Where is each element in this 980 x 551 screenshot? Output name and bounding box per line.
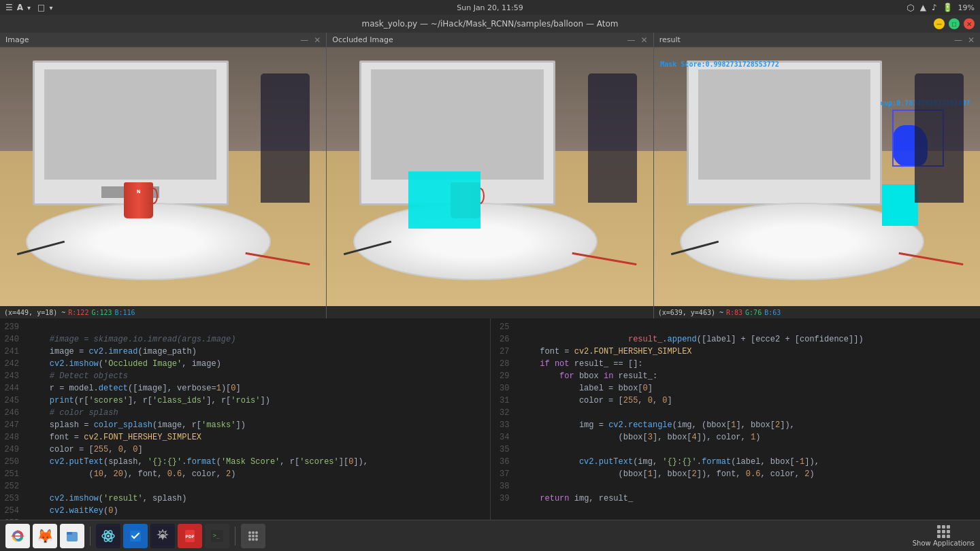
image-g: G:123 (91, 309, 112, 316)
result-display: Mask Score:0.9982731728553772 cup:0.7874… (654, 48, 980, 306)
result-close-icon[interactable]: ✕ (968, 35, 975, 45)
svg-text:>_: >_ (213, 533, 220, 539)
result-panel: result — ✕ Mask S (654, 33, 980, 318)
sys-left: ☰ A ▾ □ ▾ (5, 3, 52, 12)
app-title: mask_yolo.py — ~/iHack/Mask_RCNN/samples… (362, 19, 619, 29)
more-apps-icon[interactable] (241, 524, 265, 548)
svg-point-9 (161, 534, 165, 538)
volume-icon: ♪ (932, 3, 937, 12)
svg-point-7 (107, 535, 110, 537)
svg-point-21 (252, 538, 255, 541)
maximize-button[interactable]: □ (949, 18, 960, 29)
code-pane-right: 25 26 27 28 29 30 31 32 33 34 35 36 37 3… (491, 318, 981, 537)
panels-area: Image — ✕ N (0, 33, 980, 318)
image-panel-controls: — ✕ (300, 35, 321, 45)
result-b: B:63 (764, 309, 781, 316)
terminal-icon[interactable]: >_ (205, 524, 229, 548)
svg-point-19 (255, 535, 258, 537)
svg-point-18 (252, 535, 255, 537)
cyan-result-rect (882, 184, 918, 226)
pdf-icon[interactable]: PDF (178, 524, 202, 548)
minimize-button[interactable]: ─ (934, 18, 945, 29)
occluded-panel-title: Occluded Image (332, 35, 393, 44)
res-chair (915, 73, 964, 203)
result-panel-titlebar: result — ✕ (654, 33, 980, 48)
image-panel-titlebar: Image — ✕ (0, 33, 326, 48)
image-coords: (x=449, y=18) ~ (4, 309, 65, 316)
mug-text: N (125, 189, 152, 195)
menu-icon[interactable]: ☰ (5, 3, 13, 12)
occluded-panel-titlebar: Occluded Image — ✕ (327, 33, 653, 48)
code-content-right[interactable]: result_.append([label] + [ecce2 + [confi… (515, 318, 981, 532)
result-r: R:83 (726, 309, 742, 316)
atom-icon[interactable] (96, 524, 120, 548)
svg-point-14 (248, 531, 251, 534)
chair (261, 73, 310, 203)
mask-score-label: Mask Score:0.9982731728553772 (660, 61, 779, 68)
show-applications-button[interactable]: Show Applications (913, 525, 975, 547)
taskbar-separator-1 (90, 527, 91, 546)
sys-right: ⬡ ▲ ♪ 🔋 19% (906, 3, 975, 13)
chrome-icon[interactable] (5, 524, 30, 548)
code-scroll-right: 25 26 27 28 29 30 31 32 33 34 35 36 37 3… (491, 318, 981, 532)
battery-percent: 19% (958, 3, 975, 12)
image-r: R:122 (68, 309, 88, 316)
window-dropdown[interactable]: ▾ (49, 4, 52, 12)
image-close-icon[interactable]: ✕ (314, 35, 321, 45)
cyan-occlusion-rect (408, 171, 480, 229)
image-status: (x=449, y=18) ~ R:122 G:123 B:116 (0, 306, 326, 318)
system-bar: ☰ A ▾ □ ▾ Sun Jan 20, 11:59 ⬡ ▲ ♪ 🔋 19% (0, 0, 980, 15)
line-numbers-right: 25 26 27 28 29 30 31 32 33 34 35 36 37 3… (491, 318, 515, 532)
image-minimize-icon[interactable]: — (300, 35, 308, 45)
occluded-minimize-icon[interactable]: — (627, 35, 636, 45)
firefox-icon[interactable]: 🦊 (33, 524, 57, 548)
image-scene: N (0, 48, 326, 306)
svg-point-15 (252, 531, 255, 534)
files-icon[interactable] (60, 524, 84, 548)
title-bar: mask_yolo.py — ~/iHack/Mask_RCNN/samples… (0, 15, 980, 33)
image-panel: Image — ✕ N (0, 33, 327, 318)
code-pane-left: 239 240 241 242 243 244 245 246 247 248 … (0, 318, 491, 537)
svg-rect-3 (67, 532, 72, 535)
occluded-status (327, 306, 653, 318)
result-status: (x=639, y=463) ~ R:83 G:76 B:63 (654, 306, 980, 318)
show-applications-label: Show Applications (913, 539, 975, 547)
occluded-panel-controls: — ✕ (627, 35, 648, 45)
settings-icon[interactable] (150, 524, 175, 548)
svg-point-20 (248, 538, 251, 541)
dropdown-icon[interactable]: ▾ (27, 4, 31, 12)
code-scroll-left: 239 240 241 242 243 244 245 246 247 248 … (0, 318, 490, 532)
occluded-display (327, 48, 653, 306)
tasks-icon[interactable] (123, 524, 148, 548)
taskbar: 🦊 PDF >_ (0, 520, 980, 551)
occluded-close-icon[interactable]: ✕ (641, 35, 648, 45)
image-display: N (0, 48, 326, 306)
dropbox-icon: ⬡ (906, 3, 914, 13)
monitor-screen (44, 69, 216, 179)
title-controls: ─ □ ✕ (934, 18, 975, 29)
code-content-left[interactable]: #image = skimage.io.imread(args.image) i… (24, 318, 490, 532)
image-b: B:116 (115, 309, 135, 316)
occ-monitor-screen (371, 69, 543, 179)
close-button[interactable]: ✕ (964, 18, 975, 29)
taskbar-separator-2 (235, 527, 235, 546)
battery-icon: 🔋 (943, 3, 953, 12)
apps-grid-icon (937, 525, 950, 538)
svg-text:PDF: PDF (185, 534, 194, 539)
result-scene: Mask Score:0.9982731728553772 cup:0.7874… (654, 48, 980, 306)
occ-chair (588, 73, 637, 203)
res-monitor-screen (698, 69, 870, 179)
svg-point-16 (255, 531, 258, 534)
result-minimize-icon[interactable]: — (954, 35, 962, 45)
result-coords: (x=639, y=463) ~ (658, 309, 723, 316)
datetime: Sun Jan 20, 11:59 (457, 3, 523, 12)
line-numbers-left: 239 240 241 242 243 244 245 246 247 248 … (0, 318, 24, 532)
svg-point-22 (255, 538, 258, 541)
a-icon[interactable]: A (17, 3, 23, 12)
result-panel-controls: — ✕ (954, 35, 975, 45)
occluded-scene (327, 48, 653, 306)
result-g: G:76 (745, 309, 762, 316)
image-panel-title: Image (5, 35, 29, 44)
res-monitor (687, 61, 883, 205)
window-icon[interactable]: □ (37, 3, 45, 12)
